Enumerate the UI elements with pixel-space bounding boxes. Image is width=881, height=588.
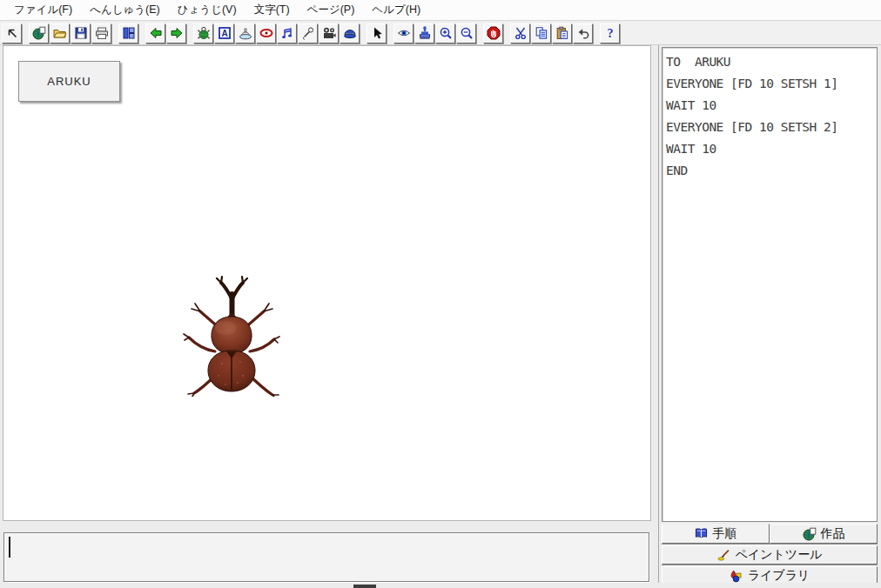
turtle-icon xyxy=(197,26,211,40)
button-icon xyxy=(239,26,252,40)
paste-icon xyxy=(555,26,569,40)
text-caret xyxy=(9,537,10,558)
rhinoceros-beetle-sprite[interactable] xyxy=(182,275,282,397)
print-button[interactable] xyxy=(91,23,111,43)
tab-works-label: 作品 xyxy=(821,526,845,542)
print-icon xyxy=(95,26,109,40)
cut-icon xyxy=(514,26,528,40)
open-folder-icon xyxy=(53,26,67,40)
stop-all-button[interactable] xyxy=(483,23,503,43)
paint-tool-button[interactable]: ペイントツール xyxy=(662,545,878,565)
panel-splitter[interactable] xyxy=(653,45,659,588)
zoom-in-button[interactable] xyxy=(435,23,455,43)
zoom-out-icon xyxy=(460,26,474,40)
menu-help[interactable]: ヘルプ(H) xyxy=(363,0,429,20)
aruku-button[interactable]: ARUKU xyxy=(18,61,120,102)
preview-eye-button[interactable] xyxy=(393,23,414,43)
help-button[interactable]: ? xyxy=(600,23,620,43)
menu-bar: ファイル(F)へんしゅう(E)ひょうじ(V)文字(T)ページ(P)ヘルプ(H) xyxy=(0,0,881,21)
video-icon xyxy=(322,26,336,40)
open-button[interactable] xyxy=(50,23,70,43)
menu-view[interactable]: ひょうじ(V) xyxy=(169,0,245,20)
arrow-left-icon xyxy=(149,26,163,40)
stamp-icon xyxy=(418,26,432,40)
stamp-button[interactable] xyxy=(414,23,434,43)
text-icon: A xyxy=(218,26,232,40)
code-line: TO ARUKU xyxy=(666,51,873,73)
add-video-button[interactable] xyxy=(319,23,339,43)
save-icon xyxy=(74,26,88,40)
music-icon xyxy=(280,26,294,40)
add-slider-button[interactable] xyxy=(256,23,276,43)
code-line: EVERYONE [FD 10 SETSH 2] xyxy=(666,117,873,138)
cursor-icon xyxy=(370,26,384,40)
tab-works[interactable]: 作品 xyxy=(770,524,878,544)
project-canvas[interactable]: ARUKU xyxy=(3,45,651,521)
page-layout-icon xyxy=(122,26,136,40)
bottom-strip xyxy=(0,583,881,588)
toolbar: A? xyxy=(0,22,881,45)
globe-page-icon xyxy=(803,527,817,541)
stop-icon xyxy=(487,26,501,40)
nw-arrow-icon xyxy=(5,26,19,40)
library-label: ライブラリ xyxy=(748,568,810,584)
shapes-icon xyxy=(730,569,743,583)
menu-file[interactable]: ファイル(F) xyxy=(5,0,81,20)
arrow-right-icon xyxy=(170,26,184,40)
paint-tool-label: ペイントツール xyxy=(736,547,823,563)
link-pointer-button[interactable] xyxy=(2,23,22,43)
zoom-out-button[interactable] xyxy=(456,23,476,43)
prev-page-button[interactable] xyxy=(145,23,165,43)
copy-button[interactable] xyxy=(531,23,551,43)
zoom-in-icon xyxy=(439,26,453,40)
new-project-button[interactable] xyxy=(29,23,49,43)
add-button-button[interactable] xyxy=(235,23,255,43)
slider-icon xyxy=(259,26,273,40)
help-icon: ? xyxy=(603,26,617,40)
undo-icon xyxy=(576,26,590,40)
next-page-button[interactable] xyxy=(166,23,186,43)
record-sound-button[interactable] xyxy=(298,23,318,43)
select-cursor-button[interactable] xyxy=(367,23,387,43)
code-editor[interactable]: TO ARUKUEVERYONE [FD 10 SETSH 1]WAIT 10E… xyxy=(662,47,878,522)
tab-procedure[interactable]: 手順 xyxy=(662,524,770,544)
add-melody-button[interactable] xyxy=(277,23,297,43)
code-line: EVERYONE [FD 10 SETSH 1] xyxy=(666,73,873,95)
menu-text[interactable]: 文字(T) xyxy=(245,0,299,20)
undo-button[interactable] xyxy=(573,23,593,43)
command-input[interactable] xyxy=(3,532,649,582)
copy-icon xyxy=(535,26,548,40)
page-setup-button[interactable] xyxy=(118,23,138,43)
cut-button[interactable] xyxy=(510,23,530,43)
svg-text:?: ? xyxy=(607,27,613,40)
code-line: WAIT 10 xyxy=(666,95,873,117)
tab-row: 手順 作品 xyxy=(662,524,878,544)
menu-page[interactable]: ページ(P) xyxy=(299,0,364,20)
taskbar-peek xyxy=(353,585,376,588)
save-button[interactable] xyxy=(71,23,91,43)
eye-icon xyxy=(397,26,411,40)
add-text-button[interactable]: A xyxy=(214,23,234,43)
tab-procedure-label: 手順 xyxy=(713,526,737,542)
add-turtle-button[interactable] xyxy=(193,23,213,43)
right-panel: TO ARUKUEVERYONE [FD 10 SETSH 1]WAIT 10E… xyxy=(660,45,881,588)
svg-text:A: A xyxy=(221,29,227,38)
paste-button[interactable] xyxy=(552,23,572,43)
code-line: END xyxy=(666,160,873,182)
paintbrush-icon xyxy=(717,548,731,562)
cap-icon xyxy=(343,26,357,40)
mic-icon xyxy=(301,26,315,40)
menu-edit[interactable]: へんしゅう(E) xyxy=(81,0,169,20)
code-line: WAIT 10 xyxy=(666,138,873,160)
book-icon xyxy=(695,527,709,541)
globe-page-icon xyxy=(32,26,46,40)
add-scene-button[interactable] xyxy=(340,23,360,43)
